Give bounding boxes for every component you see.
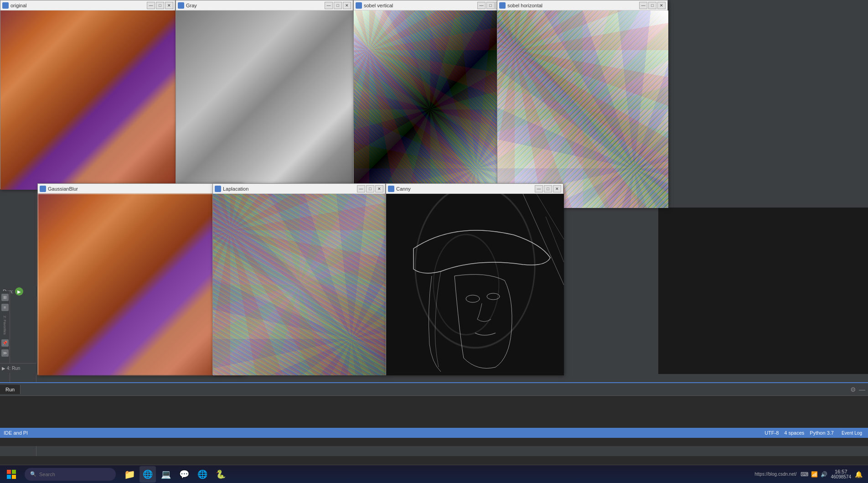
close-btn-canny[interactable]: ✕ — [553, 185, 561, 192]
tray-keyboard-icon[interactable]: ⌨ — [801, 471, 808, 478]
start-button[interactable] — [0, 465, 23, 483]
tray-date: 46098574 — [831, 474, 852, 479]
tray-url: https://blog.csdn.net/ — [754, 472, 796, 477]
window-icon-original — [2, 2, 9, 9]
ide-run-tab-4[interactable]: ▶ 4: Run — [0, 363, 36, 373]
maximize-btn-sobel-v[interactable]: □ — [486, 2, 495, 9]
dark-panel-right — [658, 208, 868, 374]
titlebar-sobel-v[interactable]: sobel vertical — □ ✕ — [354, 0, 506, 10]
favorites-label: 2: Favorites — [3, 314, 7, 337]
window-gray: Gray — □ ✕ — [176, 0, 353, 189]
maximize-btn-canny[interactable]: □ — [544, 185, 552, 192]
titlebar-buttons-canny[interactable]: — □ ✕ — [535, 185, 561, 192]
close-btn-laplacian[interactable]: ✕ — [375, 185, 383, 192]
window-laplacian: Laplacation — □ ✕ — [212, 183, 386, 375]
minimize-btn-original[interactable]: — — [147, 2, 155, 9]
window-icon-laplacian — [215, 186, 221, 192]
image-laplacian — [213, 194, 386, 375]
titlebar-sobel-h[interactable]: sobel horizontal — □ ✕ — [497, 0, 667, 10]
status-right: UTF-8 4 spaces Python 3.7 Event Log — [761, 430, 868, 436]
minimize-btn-sobel-h[interactable]: — — [639, 2, 647, 9]
window-gaussian: GaussianBlur — □ ✕ — [37, 183, 243, 375]
status-encoding: UTF-8 — [765, 430, 779, 436]
svg-line-3 — [537, 194, 564, 239]
settings-icon[interactable]: ⚙ — [850, 386, 856, 393]
titlebar-laplacian[interactable]: Laplacation — □ ✕ — [213, 184, 385, 194]
image-original — [0, 10, 176, 190]
taskbar-search-box[interactable]: 🔍 — [25, 468, 116, 481]
maximize-btn-gray[interactable]: □ — [334, 2, 342, 9]
window-icon-gaussian — [40, 186, 46, 192]
taskbar-apps: 📁 🌐 💻 💬 🌐 🐍 — [118, 466, 749, 483]
fav-icon-1[interactable]: ⊞ — [1, 294, 9, 301]
title-sobel-v: sobel vertical — [364, 3, 393, 8]
image-gray — [176, 10, 354, 190]
desktop: original — □ ✕ Gray — □ ✕ — [0, 0, 868, 456]
svg-line-4 — [546, 217, 564, 262]
run-tab-4-label: ▶ 4: Run — [2, 366, 20, 371]
titlebar-buttons-original[interactable]: — □ ✕ — [147, 2, 173, 9]
window-icon-sobel-h — [499, 2, 506, 9]
title-gray: Gray — [186, 3, 197, 8]
taskbar: 🔍 📁 🌐 💻 💬 🌐 🐍 https://blog.csdn.net/ ⌨ — [0, 465, 868, 483]
taskbar-app-network[interactable]: 🌐 — [194, 466, 211, 483]
fav-icon-pin[interactable]: 📌 — [1, 339, 9, 347]
taskbar-app-chat[interactable]: 💬 — [176, 466, 192, 483]
title-original: original — [10, 3, 26, 8]
svg-point-0 — [466, 295, 480, 302]
search-icon: 🔍 — [30, 471, 36, 477]
titlebar-original[interactable]: original — □ ✕ — [0, 0, 175, 10]
window-sobel-v: sobel vertical — □ ✕ — [353, 0, 506, 208]
titlebar-buttons-gray[interactable]: — □ ✕ — [325, 2, 351, 9]
title-laplacian: Laplacation — [223, 186, 248, 192]
minimize-btn-sobel-v[interactable]: — — [477, 2, 486, 9]
image-sobel-v — [354, 10, 506, 208]
window-original: original — □ ✕ — [0, 0, 176, 189]
svg-line-2 — [523, 194, 564, 285]
windows-logo — [7, 470, 16, 479]
tray-clock[interactable]: 16:57 46098574 — [831, 469, 852, 479]
tray-icons: ⌨ 📶 🔊 — [801, 471, 827, 478]
close-btn-original[interactable]: ✕ — [165, 2, 173, 9]
ide-status-bar: IDE and Pl UTF-8 4 spaces Python 3.7 Eve… — [0, 428, 868, 438]
titlebar-gaussian[interactable]: GaussianBlur — □ ✕ — [38, 184, 242, 194]
taskbar-tray: https://blog.csdn.net/ ⌨ 📶 🔊 16:57 46098… — [749, 469, 868, 479]
minimize-btn-gray[interactable]: — — [325, 2, 333, 9]
minimize-btn-canny[interactable]: — — [535, 185, 543, 192]
taskbar-app-python[interactable]: 🐍 — [212, 466, 229, 483]
taskbar-app-browser[interactable]: 🌐 — [140, 466, 156, 483]
image-canny — [386, 194, 564, 375]
tab-run[interactable]: Run — [0, 385, 21, 394]
canny-edges — [386, 194, 564, 375]
tab-run-label: Run — [5, 387, 15, 392]
titlebar-buttons-laplacian[interactable]: — □ ✕ — [357, 185, 383, 192]
status-spaces: 4 spaces — [784, 430, 804, 436]
maximize-btn-laplacian[interactable]: □ — [366, 185, 374, 192]
titlebar-canny[interactable]: Canny — □ ✕ — [386, 184, 563, 194]
close-panel-icon[interactable]: — — [859, 386, 865, 393]
notification-icon[interactable]: 🔔 — [855, 471, 863, 478]
fav-icon-4[interactable]: ≫ — [1, 349, 9, 357]
status-python: Python 3.7 — [810, 430, 834, 436]
tray-volume-icon[interactable]: 🔊 — [821, 471, 827, 478]
title-gaussian: GaussianBlur — [48, 186, 78, 192]
titlebar-buttons-sobel-h[interactable]: — □ ✕ — [639, 2, 666, 9]
title-canny: Canny — [396, 186, 411, 192]
status-left: IDE and Pl — [0, 430, 31, 436]
taskbar-app-explorer[interactable]: 📁 — [121, 466, 138, 483]
minimize-btn-laplacian[interactable]: — — [357, 185, 365, 192]
close-btn-sobel-h[interactable]: ✕ — [657, 2, 666, 9]
run-play-icon[interactable]: ▶ — [15, 287, 23, 296]
event-log-badge[interactable]: Event Log — [839, 430, 864, 436]
ide-run-tabs: Run ⚙ — — [0, 383, 868, 396]
tray-network-icon[interactable]: 📶 — [811, 471, 818, 478]
search-input[interactable] — [39, 472, 103, 477]
fav-icon-2[interactable]: ≡ — [1, 304, 9, 311]
titlebar-gray[interactable]: Gray — □ ✕ — [176, 0, 353, 10]
taskbar-app-ide[interactable]: 💻 — [158, 466, 174, 483]
maximize-btn-sobel-h[interactable]: □ — [648, 2, 656, 9]
window-icon-canny — [388, 186, 394, 192]
maximize-btn-original[interactable]: □ — [156, 2, 164, 9]
ide-run-content — [0, 396, 868, 446]
close-btn-gray[interactable]: ✕ — [343, 2, 351, 9]
